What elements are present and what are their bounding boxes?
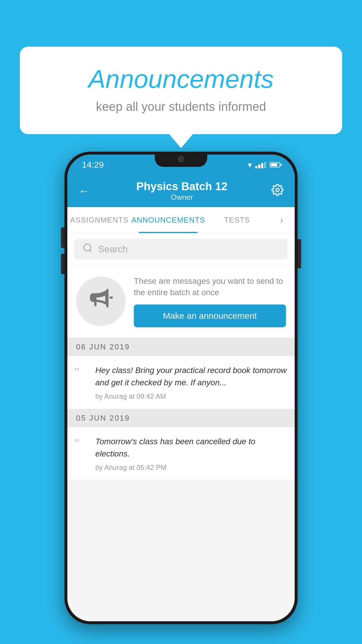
tab-tests[interactable]: TESTS <box>205 207 269 233</box>
cta-right: These are messages you want to send to t… <box>134 275 286 327</box>
app-bar: ← Physics Batch 12 Owner <box>67 175 295 207</box>
search-placeholder: Search <box>98 244 128 255</box>
announcement-item-1[interactable]: " Hey class! Bring your practical record… <box>67 356 295 409</box>
announcement-meta-1: by Anurag at 09:42 AM <box>95 392 288 400</box>
phone-screen: 14:29 ▾ ← Phys <box>67 155 295 621</box>
volume-up-button[interactable] <box>61 228 64 248</box>
make-announcement-button[interactable]: Make an announcement <box>134 304 286 327</box>
tab-announcements[interactable]: ANNOUNCEMENTS <box>131 207 205 233</box>
svg-point-0 <box>276 188 279 191</box>
svg-line-2 <box>90 250 92 252</box>
announcement-content-1: Hey class! Bring your practical record b… <box>95 364 288 400</box>
quote-icon-1: " <box>74 364 89 379</box>
search-container: Search <box>67 233 295 265</box>
quote-icon-2: " <box>74 435 89 450</box>
content-area: Search These are messages you want to se… <box>67 233 295 621</box>
announcement-item-2[interactable]: " Tomorrow's class has been cancelled du… <box>67 427 295 480</box>
volume-down-button[interactable] <box>61 254 64 274</box>
power-button[interactable] <box>298 239 301 268</box>
speech-bubble: Announcements keep all your students inf… <box>20 47 342 134</box>
phone-wrapper: 14:29 ▾ ← Phys <box>20 152 342 644</box>
phone-top-bar <box>64 152 298 175</box>
megaphone-icon <box>88 286 114 317</box>
svg-point-1 <box>84 244 91 251</box>
app-bar-subtitle: Owner <box>95 193 268 202</box>
bubble-title: Announcements <box>43 64 319 94</box>
announcement-text-1: Hey class! Bring your practical record b… <box>95 364 288 389</box>
settings-button[interactable] <box>268 181 287 202</box>
phone-device: 14:29 ▾ ← Phys <box>64 152 298 624</box>
app-bar-title: Physics Batch 12 <box>95 180 268 193</box>
tab-assignments[interactable]: ASSIGNMENTS <box>67 207 131 233</box>
search-bar[interactable]: Search <box>74 239 288 260</box>
cta-description: These are messages you want to send to t… <box>134 275 286 298</box>
gear-icon <box>271 184 284 196</box>
announcement-text-2: Tomorrow's class has been cancelled due … <box>95 435 288 460</box>
speech-bubble-wrapper: Announcements keep all your students inf… <box>20 47 342 134</box>
tab-more[interactable]: › <box>269 207 295 233</box>
app-bar-title-area: Physics Batch 12 Owner <box>95 180 268 202</box>
date-separator-2: 05 JUN 2019 <box>67 409 295 427</box>
camera-icon <box>178 156 184 162</box>
date-separator-1: 06 JUN 2019 <box>67 338 295 356</box>
announcement-content-2: Tomorrow's class has been cancelled due … <box>95 435 288 472</box>
megaphone-circle <box>76 276 126 326</box>
announcement-cta-card: These are messages you want to send to t… <box>67 265 295 337</box>
tab-bar: ASSIGNMENTS ANNOUNCEMENTS TESTS › <box>67 207 295 233</box>
phone-notch <box>155 152 207 167</box>
back-button[interactable]: ← <box>75 182 92 200</box>
megaphone-svg <box>88 286 114 312</box>
announcement-meta-2: by Anurag at 05:42 PM <box>95 463 288 472</box>
search-icon <box>82 243 93 256</box>
bubble-subtitle: keep all your students informed <box>43 100 319 114</box>
